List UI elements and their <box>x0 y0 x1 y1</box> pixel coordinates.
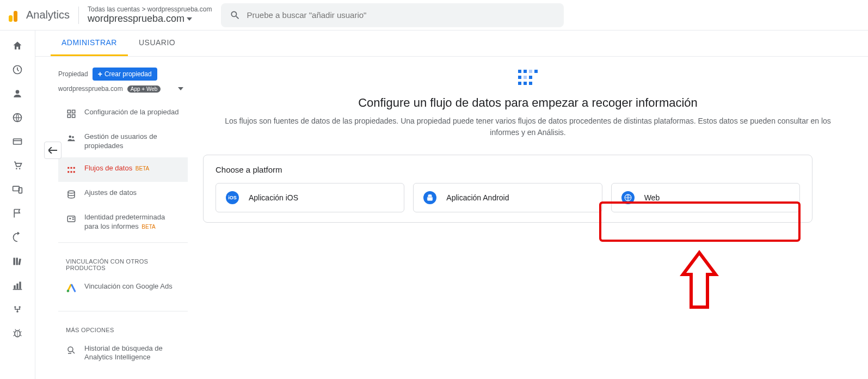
data-stream-icon <box>66 164 77 175</box>
svg-rect-24 <box>72 115 75 118</box>
arrow-left-icon <box>48 147 57 154</box>
svg-rect-42 <box>518 70 521 73</box>
library-icon[interactable] <box>11 255 24 268</box>
svg-point-38 <box>67 290 70 292</box>
id-icon <box>66 213 77 224</box>
svg-rect-48 <box>529 76 532 79</box>
logo-text: Analytics <box>26 9 70 21</box>
web-icon <box>621 191 635 204</box>
beta-tag: BETA <box>136 166 149 172</box>
nav-default-identity[interactable]: Identidad predeterminada para los inform… <box>58 206 188 238</box>
svg-point-16 <box>14 306 16 308</box>
person-icon[interactable] <box>11 87 24 100</box>
svg-point-26 <box>72 136 74 138</box>
platform-ios[interactable]: iOS Aplicación iOS <box>216 183 404 212</box>
platform-android[interactable]: Aplicación Android <box>413 183 602 212</box>
svg-rect-23 <box>67 115 70 118</box>
platform-card: Choose a platform iOS Aplicación iOS Apl… <box>203 155 812 223</box>
svg-point-18 <box>16 311 18 313</box>
funnel-icon[interactable] <box>11 303 24 316</box>
svg-rect-45 <box>534 70 538 73</box>
svg-rect-14 <box>19 282 21 289</box>
section-linking: VINCULACIÓN CON OTROS PRODUCTOS <box>58 247 188 276</box>
svg-rect-32 <box>73 171 75 173</box>
svg-rect-50 <box>524 82 527 85</box>
nav-user-management[interactable]: Gestión de usuarios de propiedades <box>58 126 188 157</box>
svg-point-6 <box>19 168 21 170</box>
create-property-button[interactable]: + Crear propiedad <box>93 68 157 81</box>
cart-icon[interactable] <box>11 159 24 172</box>
hero-description: Los flujos son fuentes de datos de las p… <box>223 115 833 138</box>
main-panel: Configure un flujo de datos para empezar… <box>188 57 868 369</box>
refresh-icon[interactable] <box>11 231 24 244</box>
annotation-arrow-icon <box>672 247 727 318</box>
svg-rect-31 <box>71 171 72 173</box>
breadcrumb: Todas las cuentas > wordpressprueba.com <box>88 5 212 13</box>
home-icon[interactable] <box>11 39 24 52</box>
svg-point-35 <box>69 218 71 219</box>
flag-icon[interactable] <box>11 207 24 220</box>
svg-rect-3 <box>14 139 22 144</box>
svg-rect-9 <box>14 258 15 265</box>
svg-rect-43 <box>524 70 527 73</box>
svg-rect-51 <box>529 82 532 85</box>
settings-grid-icon <box>66 108 77 119</box>
tabs: ADMINISTRAR USUARIO <box>35 30 868 57</box>
nav-data-settings[interactable]: Ajustes de datos <box>58 182 188 206</box>
svg-rect-44 <box>529 70 532 73</box>
svg-point-33 <box>68 191 75 193</box>
search-box[interactable] <box>221 3 564 27</box>
tab-admin[interactable]: ADMINISTRAR <box>51 30 128 56</box>
nav-google-ads[interactable]: Vinculación con Google Ads <box>58 276 188 300</box>
svg-rect-46 <box>518 76 521 79</box>
svg-rect-7 <box>13 186 20 191</box>
property-label: Propiedad <box>58 70 88 78</box>
card-icon[interactable] <box>11 135 24 148</box>
tab-user[interactable]: USUARIO <box>128 30 186 56</box>
svg-point-5 <box>16 168 17 170</box>
globe-icon[interactable] <box>11 111 24 124</box>
app-web-badge: App + Web <box>127 85 161 93</box>
google-ads-icon <box>66 283 77 294</box>
left-rail <box>0 30 35 379</box>
caret-down-icon <box>178 87 183 90</box>
search-input[interactable] <box>247 10 555 20</box>
property-dropdown[interactable]: wordpressprueba.com App + Web <box>58 85 188 93</box>
data-hero-icon <box>517 68 539 87</box>
svg-line-40 <box>72 351 75 353</box>
platform-web[interactable]: Web <box>611 183 800 212</box>
svg-rect-11 <box>19 259 21 265</box>
header: Analytics Todas las cuentas > wordpressp… <box>0 0 868 30</box>
svg-rect-27 <box>67 167 69 169</box>
search-icon <box>230 10 241 21</box>
nav-data-streams[interactable]: Flujos de datos BETA <box>58 157 188 182</box>
chart-icon[interactable] <box>11 279 24 292</box>
svg-rect-28 <box>71 167 72 169</box>
nav-property-settings[interactable]: Configuración de la propiedad <box>58 101 188 126</box>
section-more: MÁS OPCIONES <box>58 316 188 338</box>
property-name: wordpressprueba.com <box>88 13 212 25</box>
logo[interactable]: Analytics <box>9 9 70 22</box>
beta-tag: BETA <box>141 224 155 230</box>
property-selector[interactable]: Todas las cuentas > wordpressprueba.com … <box>88 5 212 25</box>
nav-history[interactable]: Historial de búsqueda de Analytics Intel… <box>58 338 188 369</box>
divider <box>78 7 79 24</box>
svg-rect-30 <box>67 171 69 173</box>
back-button[interactable] <box>44 142 61 159</box>
devices-icon[interactable] <box>11 183 24 196</box>
choose-platform-label: Choose a platform <box>216 165 800 174</box>
svg-rect-10 <box>16 258 18 265</box>
bug-icon[interactable] <box>11 327 24 340</box>
admin-sidebar: Propiedad + Crear propiedad wordpresspru… <box>35 57 188 369</box>
clock-icon[interactable] <box>11 63 24 76</box>
analytics-logo-icon <box>9 9 22 22</box>
svg-rect-22 <box>72 110 75 113</box>
android-icon <box>423 191 436 204</box>
svg-point-1 <box>16 90 20 94</box>
svg-rect-47 <box>524 76 527 79</box>
svg-point-25 <box>69 136 72 138</box>
svg-point-17 <box>19 306 21 308</box>
svg-point-39 <box>68 347 73 352</box>
caret-down-icon <box>187 17 192 21</box>
people-icon <box>66 133 77 144</box>
